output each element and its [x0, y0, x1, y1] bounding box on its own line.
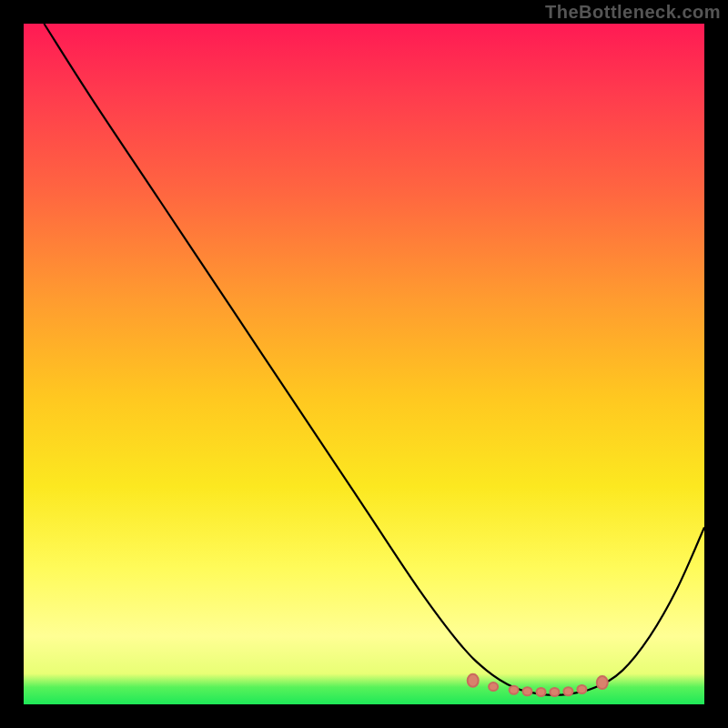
- watermark-text: TheBottleneck.com: [545, 2, 721, 23]
- marker-group: [468, 674, 608, 696]
- plot-area: [24, 24, 704, 704]
- bottleneck-curve: [44, 24, 704, 695]
- chart-frame: TheBottleneck.com: [0, 0, 728, 728]
- chart-svg: [24, 24, 704, 704]
